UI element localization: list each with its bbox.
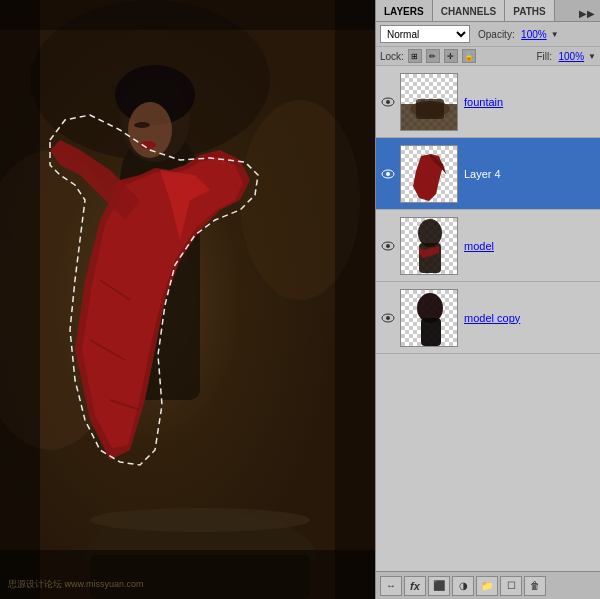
tab-paths[interactable]: PATHS: [505, 0, 554, 21]
fill-label: Fill:: [537, 51, 553, 62]
lock-label: Lock:: [380, 51, 404, 62]
fill-value[interactable]: 100%: [556, 51, 584, 62]
group-button[interactable]: 📁: [476, 576, 498, 596]
svg-rect-32: [421, 318, 441, 346]
lock-position-icon[interactable]: ✛: [444, 49, 458, 63]
visibility-icon-model-copy[interactable]: [380, 310, 396, 326]
layer-name-model: model: [464, 240, 494, 252]
panel-toolbar: ↔ fx ⬛ ◑ 📁 ☐ 🗑: [376, 571, 600, 599]
layer-name-area-fountain: fountain: [462, 94, 596, 110]
lock-transparent-icon[interactable]: ⊞: [408, 49, 422, 63]
new-layer-button[interactable]: ☐: [500, 576, 522, 596]
tab-layers[interactable]: LAYERS: [376, 0, 433, 21]
layer-name-model-copy: model copy: [464, 312, 520, 324]
layer-name-area-model: model: [462, 238, 596, 254]
svg-point-19: [386, 100, 390, 104]
layer-name-area-layer4: Layer 4: [462, 166, 596, 182]
layers-panel: LAYERS CHANNELS PATHS ▶▶ Normal Multiply…: [375, 0, 600, 599]
delete-button[interactable]: 🗑: [524, 576, 546, 596]
tab-channels[interactable]: CHANNELS: [433, 0, 506, 21]
layer-item-layer4[interactable]: Layer 4: [376, 138, 600, 210]
thumbnail-fountain: [400, 73, 458, 131]
svg-point-24: [386, 172, 390, 176]
layer-item-model[interactable]: model: [376, 210, 600, 282]
fill-arrow[interactable]: ▼: [588, 52, 596, 61]
svg-point-8: [128, 102, 172, 158]
adjustment-button[interactable]: ◑: [452, 576, 474, 596]
canvas-area: 思源设计论坛 www.missyuan.com: [0, 0, 375, 599]
blend-mode-select[interactable]: Normal Multiply Screen Overlay: [380, 25, 470, 43]
svg-point-27: [418, 219, 442, 247]
opacity-arrow[interactable]: ▼: [551, 30, 559, 39]
svg-point-26: [386, 244, 390, 248]
svg-rect-15: [335, 0, 375, 599]
svg-point-30: [386, 316, 390, 320]
panel-tabs: LAYERS CHANNELS PATHS ▶▶: [376, 0, 600, 22]
mask-button[interactable]: ⬛: [428, 576, 450, 596]
thumbnail-model-copy: [400, 289, 458, 347]
opacity-value[interactable]: 100%: [519, 29, 547, 40]
thumbnail-model: [400, 217, 458, 275]
watermark: 思源设计论坛 www.missyuan.com: [8, 578, 144, 591]
svg-rect-22: [416, 99, 444, 119]
thumbnail-layer4: [400, 145, 458, 203]
layer-item-model-copy[interactable]: model copy: [376, 282, 600, 354]
lock-all-icon[interactable]: 🔒: [462, 49, 476, 63]
visibility-icon-layer4[interactable]: [380, 166, 396, 182]
svg-point-9: [134, 122, 150, 128]
effects-button[interactable]: fx: [404, 576, 426, 596]
lock-row: Lock: ⊞ ✏ ✛ 🔒 Fill: 100% ▼: [376, 47, 600, 66]
opacity-label: Opacity:: [478, 29, 515, 40]
layers-list: fountain: [376, 66, 600, 571]
link-button[interactable]: ↔: [380, 576, 402, 596]
svg-rect-17: [0, 550, 375, 599]
blend-mode-row: Normal Multiply Screen Overlay Opacity: …: [376, 22, 600, 47]
canvas-background: [0, 0, 375, 599]
layer-name-area-model-copy: model copy: [462, 310, 596, 326]
svg-rect-16: [0, 0, 375, 30]
main-container: 思源设计论坛 www.missyuan.com LAYERS CHANNELS …: [0, 0, 600, 599]
svg-rect-14: [0, 0, 40, 599]
layer-name-fountain: fountain: [464, 96, 503, 108]
panel-menu-button[interactable]: ▶▶: [574, 6, 600, 21]
visibility-icon-model[interactable]: [380, 238, 396, 254]
visibility-icon-fountain[interactable]: [380, 94, 396, 110]
layer-name-layer4: Layer 4: [464, 168, 501, 180]
svg-point-13: [90, 508, 310, 532]
layer-item-fountain[interactable]: fountain: [376, 66, 600, 138]
lock-pixels-icon[interactable]: ✏: [426, 49, 440, 63]
